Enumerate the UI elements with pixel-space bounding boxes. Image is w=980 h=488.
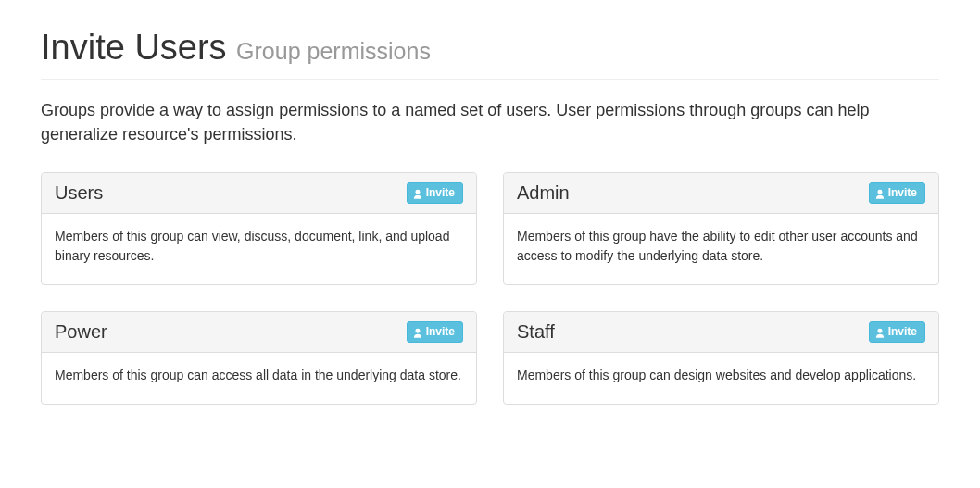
invite-button[interactable]: Invite [407, 182, 463, 204]
group-card-header: Staff Invite [504, 312, 938, 353]
group-card-title: Power [55, 321, 107, 343]
group-card-users: Users Invite Members of this group can v… [41, 172, 477, 285]
user-icon [875, 188, 885, 198]
svg-point-3 [877, 328, 882, 332]
group-card-power: Power Invite Members of this group can a… [41, 311, 477, 405]
invite-button-label: Invite [888, 324, 917, 340]
invite-button-label: Invite [426, 324, 455, 340]
invite-button-label: Invite [888, 185, 917, 201]
group-card-header: Users Invite [42, 173, 476, 214]
page-header: Invite Users Group permissions [41, 28, 939, 80]
svg-point-1 [877, 189, 882, 194]
group-card-body: Members of this group have the ability t… [504, 214, 938, 284]
group-card-staff: Staff Invite Members of this group can d… [503, 311, 939, 405]
user-icon [413, 188, 422, 198]
group-cards: Users Invite Members of this group can v… [41, 172, 939, 405]
invite-button[interactable]: Invite [407, 321, 463, 343]
user-icon [875, 327, 885, 337]
page-subtitle: Group permissions [236, 38, 431, 64]
group-card-body: Members of this group can view, discuss,… [42, 214, 476, 284]
group-card-title: Staff [517, 321, 555, 343]
svg-point-2 [415, 328, 420, 332]
group-card-body: Members of this group can design website… [504, 353, 938, 404]
invite-button[interactable]: Invite [869, 182, 925, 204]
group-card-body: Members of this group can access all dat… [42, 353, 476, 404]
page-title: Invite Users [41, 28, 227, 67]
group-card-admin: Admin Invite Members of this group have … [503, 172, 939, 285]
group-card-title: Users [55, 182, 103, 204]
group-card-header: Admin Invite [504, 173, 938, 214]
user-icon [413, 327, 422, 337]
group-card-title: Admin [517, 182, 570, 204]
svg-point-0 [415, 189, 420, 194]
invite-button[interactable]: Invite [869, 321, 925, 343]
page-description: Groups provide a way to assign permissio… [41, 98, 939, 146]
group-card-header: Power Invite [42, 312, 476, 353]
invite-button-label: Invite [426, 185, 455, 201]
